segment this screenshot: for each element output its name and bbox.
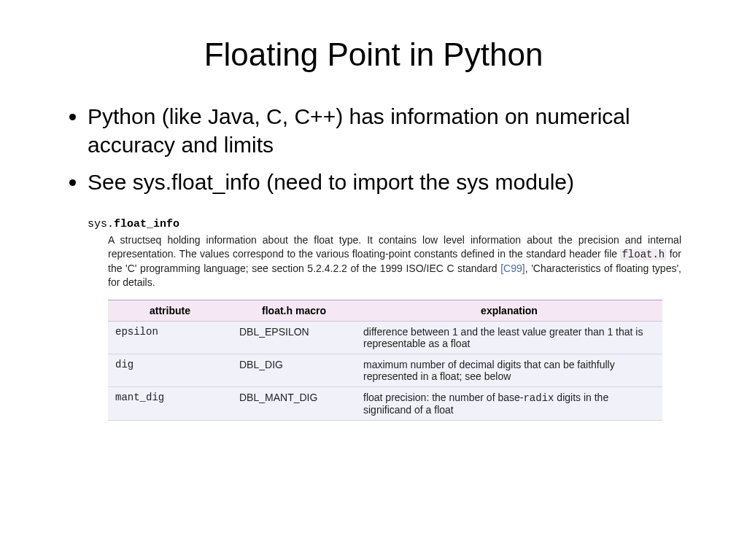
doc-module: sys. bbox=[88, 218, 114, 230]
cell-macro: DBL_DIG bbox=[232, 354, 356, 386]
cell-explanation: float precision: the number of base-radi… bbox=[356, 386, 662, 420]
cell-macro: DBL_EPSILON bbox=[232, 321, 356, 354]
table-row: mant_dig DBL_MANT_DIG float precision: t… bbox=[108, 386, 662, 420]
table-header-row: attribute float.h macro explanation bbox=[108, 300, 662, 321]
attribute-table: attribute float.h macro explanation epsi… bbox=[108, 300, 662, 421]
cell-attribute: dig bbox=[108, 354, 232, 386]
doc-heading: sys.float_info bbox=[88, 218, 681, 230]
bullet-list: Python (like Java, C, C++) has informati… bbox=[66, 102, 681, 196]
table-row: epsilon DBL_EPSILON difference between 1… bbox=[108, 321, 662, 354]
cell-macro: DBL_MANT_DIG bbox=[232, 386, 356, 420]
documentation-block: sys.float_info A structseq holding infor… bbox=[88, 218, 681, 421]
doc-inline-code: float.h bbox=[620, 249, 666, 260]
bullet-item: See sys.float_info (need to import the s… bbox=[88, 168, 681, 196]
cell-attribute: mant_dig bbox=[108, 386, 232, 420]
table-header: float.h macro bbox=[232, 300, 356, 321]
doc-description: A structseq holding information about th… bbox=[108, 233, 681, 289]
slide-title: Floating Point in Python bbox=[66, 36, 681, 73]
table-row: dig DBL_DIG maximum number of decimal di… bbox=[108, 354, 662, 386]
cell-explanation: difference between 1 and the least value… bbox=[356, 321, 662, 354]
cell-explanation: maximum number of decimal digits that ca… bbox=[356, 354, 662, 386]
cell-inline-code: radix bbox=[523, 392, 554, 404]
cell-text: float precision: the number of base- bbox=[363, 392, 523, 403]
doc-attr-name: float_info bbox=[114, 218, 179, 230]
table-header: explanation bbox=[356, 300, 662, 321]
doc-citation-link[interactable]: [C99] bbox=[500, 262, 525, 274]
table-header: attribute bbox=[108, 300, 232, 321]
bullet-item: Python (like Java, C, C++) has informati… bbox=[88, 102, 681, 159]
cell-attribute: epsilon bbox=[108, 321, 232, 354]
slide: Floating Point in Python Python (like Ja… bbox=[0, 0, 747, 421]
doc-text: A structseq holding information about th… bbox=[108, 234, 681, 260]
